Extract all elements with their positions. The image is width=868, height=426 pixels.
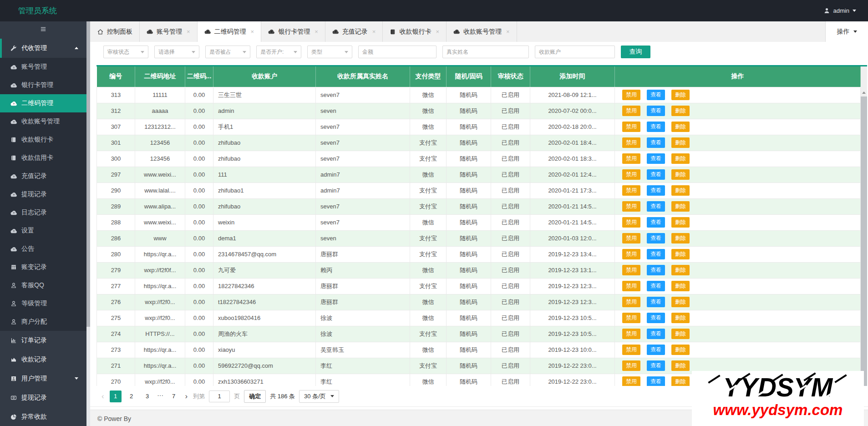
sidebar-item-abnormal-receive[interactable]: 异常收款 [0, 407, 86, 426]
delete-button[interactable]: 删除 [671, 169, 690, 180]
close-icon[interactable]: × [187, 28, 190, 35]
sidebar-scrollbar[interactable] [86, 21, 90, 426]
delete-button[interactable]: 删除 [671, 185, 690, 196]
sidebar-item-receive-bankcard[interactable]: 收款银行卡 [0, 131, 86, 149]
filter-select-type[interactable]: 类型 [307, 46, 352, 58]
confirm-button[interactable]: 确定 [244, 390, 266, 403]
view-button[interactable]: 查看 [647, 265, 665, 275]
view-button[interactable]: 查看 [647, 233, 665, 243]
sidebar-item-log-record[interactable]: 日志记录 [0, 203, 86, 222]
tab-dashboard[interactable]: 控制面板 [90, 21, 140, 42]
delete-button[interactable]: 删除 [671, 137, 690, 148]
sidebar-item-withdraw-record[interactable]: 提现记录 [0, 185, 86, 203]
close-icon[interactable]: × [506, 28, 510, 35]
tab-bankcard-manage[interactable]: 银行卡管理× [261, 21, 325, 42]
per-page-select[interactable]: 30 条/页 [299, 390, 339, 403]
disable-button[interactable]: 禁用 [622, 185, 640, 196]
view-button[interactable]: 查看 [647, 360, 665, 371]
tab-receive-account-manage[interactable]: 收款账号管理× [447, 21, 517, 42]
delete-button[interactable]: 删除 [671, 122, 690, 132]
close-icon[interactable]: × [315, 28, 318, 35]
disable-button[interactable]: 禁用 [622, 360, 640, 371]
view-button[interactable]: 查看 [647, 137, 665, 148]
view-button[interactable]: 查看 [647, 281, 665, 291]
delete-button[interactable]: 删除 [671, 313, 690, 323]
disable-button[interactable]: 禁用 [622, 265, 640, 275]
view-button[interactable]: 查看 [647, 201, 665, 212]
sidebar-item-qrcode-manage[interactable]: 二维码管理 [0, 94, 86, 112]
tab-qrcode-manage[interactable]: 二维码管理× [198, 21, 262, 42]
view-button[interactable]: 查看 [647, 185, 665, 196]
disable-button[interactable]: 禁用 [622, 137, 640, 148]
sidebar-item-service-qq[interactable]: 客服QQ [0, 276, 86, 294]
delete-button[interactable]: 删除 [671, 329, 690, 339]
sidebar-item-level-manage[interactable]: 等级管理 [0, 294, 86, 313]
sidebar-item-announcement[interactable]: 公告 [0, 240, 86, 258]
disable-button[interactable]: 禁用 [622, 376, 640, 386]
next-page-button[interactable]: › [184, 392, 189, 401]
user-menu[interactable]: admin [823, 0, 856, 21]
page-button-3[interactable]: 3 [142, 390, 153, 402]
disable-button[interactable]: 禁用 [622, 313, 640, 323]
disable-button[interactable]: 禁用 [622, 122, 640, 132]
tab-receive-bankcard[interactable]: 收款银行卡× [383, 21, 447, 42]
tab-recharge-record[interactable]: 充值记录× [325, 21, 383, 42]
filter-select-please-select[interactable]: 请选择 [154, 46, 199, 58]
prev-page-button[interactable]: ‹ [100, 392, 106, 401]
disable-button[interactable]: 禁用 [622, 106, 640, 116]
disable-button[interactable]: 禁用 [622, 201, 640, 212]
delete-button[interactable]: 删除 [671, 376, 690, 386]
table-scrollbar[interactable] [861, 66, 867, 386]
view-button[interactable]: 查看 [647, 217, 665, 228]
delete-button[interactable]: 删除 [671, 345, 690, 355]
view-button[interactable]: 查看 [647, 153, 665, 164]
filter-input-real-name[interactable] [442, 46, 529, 58]
view-button[interactable]: 查看 [647, 376, 665, 386]
filter-input-amount[interactable] [358, 46, 437, 58]
delete-button[interactable]: 删除 [671, 233, 690, 243]
sidebar-item-bankcard-manage[interactable]: 银行卡管理 [0, 76, 86, 94]
filter-input-receive-account[interactable] [535, 46, 615, 58]
disable-button[interactable]: 禁用 [622, 90, 640, 100]
filter-select-opened[interactable]: 是否开户: [256, 46, 301, 58]
delete-button[interactable]: 删除 [671, 201, 690, 212]
delete-button[interactable]: 删除 [671, 281, 690, 291]
sidebar-item-withdraw-record-2[interactable]: 提现记录 [0, 388, 86, 407]
delete-button[interactable]: 删除 [671, 249, 690, 259]
sidebar-item-daishou-manage[interactable]: 代收管理 [0, 39, 86, 58]
disable-button[interactable]: 禁用 [622, 249, 640, 259]
tab-account-manage[interactable]: 账号管理× [140, 21, 198, 42]
page-jump-input[interactable] [209, 390, 230, 402]
view-button[interactable]: 查看 [647, 122, 665, 132]
delete-button[interactable]: 删除 [671, 297, 690, 307]
view-button[interactable]: 查看 [647, 313, 665, 323]
filter-select-occupied[interactable]: 是否被占 [205, 46, 250, 58]
search-button[interactable]: 查询 [621, 46, 650, 58]
view-button[interactable]: 查看 [647, 329, 665, 339]
disable-button[interactable]: 禁用 [622, 217, 640, 228]
sidebar-item-receive-creditcard[interactable]: 收款信用卡 [0, 149, 86, 167]
view-button[interactable]: 查看 [647, 90, 665, 100]
sidebar-item-account-manage[interactable]: 账号管理 [0, 58, 86, 76]
close-icon[interactable]: × [436, 28, 439, 35]
disable-button[interactable]: 禁用 [622, 297, 640, 307]
sidebar-collapse-toggle[interactable] [0, 21, 86, 39]
disable-button[interactable]: 禁用 [622, 153, 640, 164]
sidebar-item-receive-record[interactable]: 收款记录 [0, 350, 86, 369]
page-button-7[interactable]: 7 [168, 390, 180, 402]
disable-button[interactable]: 禁用 [622, 281, 640, 291]
sidebar-scrollbar-thumb[interactable] [86, 21, 90, 327]
page-button-1[interactable]: 1 [110, 390, 122, 402]
disable-button[interactable]: 禁用 [622, 169, 640, 180]
view-button[interactable]: 查看 [647, 169, 665, 180]
disable-button[interactable]: 禁用 [622, 329, 640, 339]
sidebar-item-settings[interactable]: 设置 [0, 222, 86, 240]
close-icon[interactable]: × [372, 28, 376, 35]
sidebar-item-user-manage[interactable]: 用户管理 [0, 369, 86, 388]
view-button[interactable]: 查看 [647, 345, 665, 355]
close-icon[interactable]: × [251, 28, 254, 35]
filter-select-audit-status[interactable]: 审核状态 [103, 46, 148, 58]
delete-button[interactable]: 删除 [671, 265, 690, 275]
sidebar-item-recharge-record[interactable]: 充值记录 [0, 167, 86, 185]
delete-button[interactable]: 删除 [671, 360, 690, 371]
